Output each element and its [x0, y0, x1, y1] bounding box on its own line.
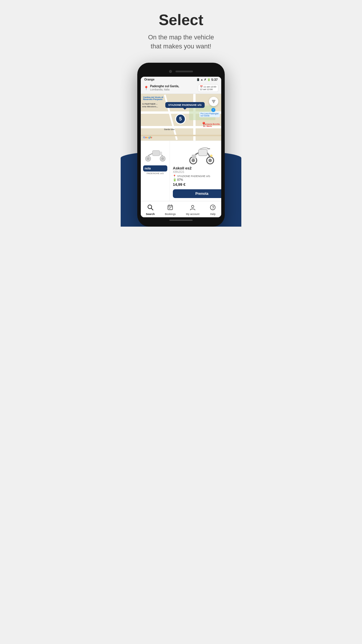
svg-point-4: [147, 157, 150, 160]
phone-top-bar: [141, 66, 221, 77]
svg-rect-7: [152, 150, 160, 156]
svg-rect-13: [198, 149, 207, 156]
help-icon: ?: [210, 204, 216, 212]
prenota-button-main[interactable]: Prenota: [173, 189, 221, 198]
vehicle-list: nota PADENGHE s/G: [141, 141, 221, 201]
vehicle-station-main: STAZIONE PADENGHE s/G: [177, 175, 210, 178]
svg-point-16: [210, 155, 212, 157]
station-bubble[interactable]: STAZIONE PADENGHE s/G: [165, 102, 205, 108]
farmacia-label: Farmacia BerettaDr. Mario: [203, 123, 220, 127]
station-bubble-text: STAZIONE PADENGHE s/G: [168, 104, 202, 106]
home-indicator: [169, 220, 193, 221]
nav-search-label: Search: [146, 213, 155, 216]
wifi-off-icon: ✗: [204, 78, 206, 81]
nav-account-label: My account: [186, 213, 199, 216]
map-area[interactable]: S PARTNER –eria Western... Cantina del V…: [141, 94, 221, 141]
phone-screen: Orange 📳 ▲ ✗ 🔋 5:37 📍 Padenghe sul Ga: [141, 77, 221, 217]
station-label-left: PADENGHE s/G: [143, 172, 167, 175]
location-pin-icon: 📍: [144, 86, 149, 90]
svg-point-6: [161, 157, 164, 160]
location-bar[interactable]: 📍 Padenghe sul Garda, Lombardia, Italia …: [141, 83, 221, 94]
vehicle-count-circle[interactable]: 5: [175, 114, 186, 124]
svg-point-30: [191, 205, 194, 208]
pro-loco-label: Pro Loco Padenghesul Garda: [199, 112, 220, 117]
search-icon: [147, 204, 154, 212]
clock: 5:37: [211, 78, 218, 81]
signal-icon: ▲: [201, 78, 203, 81]
carrier-label: Orange: [144, 78, 154, 81]
account-icon: [189, 204, 196, 212]
vehicle-card-main: Askoll es2 X8NJGS 📍 STAZIONE PADENGHE s/…: [170, 141, 221, 201]
scooter-icon-left: [144, 145, 167, 162]
nav-bookings[interactable]: Bookings: [163, 204, 178, 216]
google-logo: Google: [143, 136, 152, 139]
page-title: Select: [126, 12, 236, 28]
phone-camera: [169, 70, 172, 73]
page-subtitle: On the map the vehiclethat makes you wan…: [126, 33, 236, 51]
map-road: [141, 135, 221, 136]
status-bar: Orange 📳 ▲ ✗ 🔋 5:37: [141, 77, 221, 83]
svg-text:?: ?: [212, 205, 214, 210]
vehicle-image-left: [143, 143, 167, 164]
filter-icon: [211, 99, 216, 104]
phone-mockup: Orange 📳 ▲ ✗ 🔋 5:37 📍 Padenghe sul Ga: [137, 63, 225, 227]
vehicle-count: 5: [179, 116, 182, 122]
nav-bookings-label: Bookings: [165, 213, 176, 216]
phone-bottom-bar: [141, 217, 221, 223]
vehicle-card-left: nota PADENGHE s/G: [141, 141, 170, 201]
location-region: Lombardia, Italia: [150, 88, 179, 92]
nav-help[interactable]: ? Help: [207, 204, 218, 216]
vibrate-icon: 📳: [196, 78, 200, 81]
nav-help-label: Help: [210, 213, 216, 216]
battery-bar-icon: 🔋: [173, 178, 176, 181]
map-label-partner: S PARTNER –eria Western...: [142, 103, 158, 108]
location-city: Padenghe sul Garda,: [150, 84, 179, 88]
phone-speaker: [175, 71, 193, 72]
date-range-box[interactable]: 📅 11 set 12:00 12 set 12:00: [198, 84, 218, 92]
vehicle-image-main: [173, 144, 221, 164]
location-left: 📍 Padenghe sul Garda, Lombardia, Italia: [144, 84, 179, 92]
pro-loco-icon: i: [211, 108, 215, 112]
header-section: Select On the map the vehiclethat makes …: [121, 0, 241, 60]
page-wrapper: Select On the map the vehiclethat makes …: [121, 0, 241, 227]
svg-rect-8: [160, 152, 162, 155]
svg-rect-15: [207, 148, 210, 149]
battery-icon: 🔋: [207, 78, 210, 81]
svg-line-23: [151, 208, 153, 210]
location-text: Padenghe sul Garda, Lombardia, Italia: [150, 84, 179, 92]
nav-search[interactable]: Search: [144, 204, 157, 216]
filter-button[interactable]: [209, 97, 218, 106]
bookings-icon: [167, 204, 173, 212]
bottom-nav: Search: [141, 201, 221, 217]
svg-point-10: [191, 159, 195, 162]
vehicle-battery-row: 🔋 87%: [173, 178, 221, 181]
svg-point-12: [208, 159, 212, 162]
svg-rect-24: [168, 205, 173, 210]
scooter-icon-main: [186, 143, 218, 165]
map-label-cantina: Cantina del Vicolo diRavarotto Pierpaolo: [143, 96, 163, 100]
status-icons: 📳 ▲ ✗ 🔋 5:37: [196, 78, 218, 81]
vehicle-name-main: Askoll es2: [173, 166, 221, 170]
calendar-icon: 📅: [200, 85, 203, 88]
vehicle-battery-main: 87%: [177, 178, 183, 181]
garda-uno-label: Garda Uno: [164, 128, 175, 130]
vehicle-station-row: 📍 STAZIONE PADENGHE s/G: [173, 175, 221, 178]
prenota-btn-left[interactable]: nota: [143, 165, 167, 172]
station-pin-icon: 📍: [173, 175, 176, 178]
phone-container: Orange 📳 ▲ ✗ 🔋 5:37 📍 Padenghe sul Ga: [121, 63, 241, 227]
svg-line-29: [170, 207, 171, 209]
date-start: 11 set 12:00: [203, 85, 216, 88]
nav-account[interactable]: My account: [184, 204, 202, 216]
svg-rect-14: [192, 155, 196, 159]
vehicle-price-main: 14,99 €: [173, 182, 221, 187]
vehicle-id-main: X8NJGS: [173, 170, 221, 174]
date-end: 12 set 12:00: [200, 88, 213, 91]
